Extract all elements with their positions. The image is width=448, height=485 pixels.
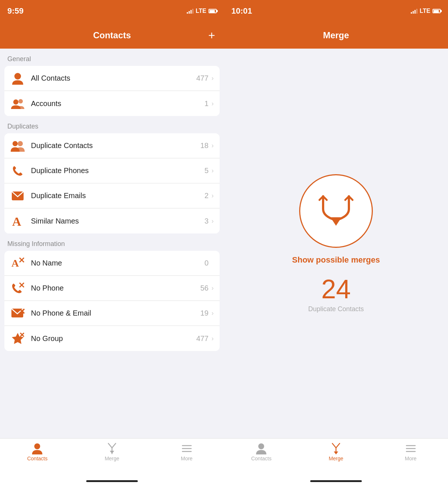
right-nav-title: Merge [323, 30, 349, 41]
missing-info-list-card: A No Name 0 › No Phon [4, 251, 220, 351]
duplicates-list-card: Duplicate Contacts 18 › Duplicate Phones… [4, 133, 220, 233]
phone-icon [10, 164, 25, 178]
svg-text:A: A [11, 257, 19, 269]
merge-circle-icon[interactable] [299, 174, 373, 248]
duplicate-emails-item[interactable]: Duplicate Emails 2 › [4, 183, 220, 208]
svg-marker-23 [330, 217, 342, 226]
letter-a-icon: A [10, 214, 25, 228]
right-person-tab-icon [256, 443, 267, 454]
all-contacts-label: All Contacts [31, 74, 196, 82]
all-contacts-count: 477 [196, 74, 209, 82]
general-list-card: All Contacts 477 › Accounts 1 › [4, 66, 220, 116]
left-tab-contacts[interactable]: Contacts [0, 443, 75, 461]
right-time: 10:01 [231, 6, 252, 16]
duplicate-phones-count: 5 [204, 166, 209, 175]
right-more-tab-icon [405, 443, 416, 454]
missing-info-section-header: Missing Information [0, 233, 224, 251]
add-contact-button[interactable]: + [208, 29, 215, 42]
person-tab-icon [32, 443, 43, 454]
right-tab-more[interactable]: More [373, 443, 448, 461]
svg-point-18 [34, 443, 40, 449]
no-group-chevron: › [211, 335, 214, 342]
similar-names-item[interactable]: A Similar Names 3 › [4, 208, 220, 233]
duplicate-phones-item[interactable]: Duplicate Phones 5 › [4, 158, 220, 183]
svg-marker-19 [110, 451, 114, 454]
left-tab-bar: Contacts Merge More [0, 438, 224, 475]
svg-point-2 [18, 99, 23, 103]
no-phone-icon [10, 281, 25, 296]
no-phone-count: 56 [200, 284, 209, 292]
svg-point-4 [18, 141, 23, 146]
right-tab-merge-label: Merge [329, 456, 343, 461]
duplicate-emails-chevron: › [211, 192, 214, 200]
right-signal-icon [411, 8, 417, 14]
show-merges-button[interactable]: Show possible merges [292, 255, 380, 265]
no-name-count: 0 [204, 259, 209, 267]
right-panel: 10:01 LTE Merge [224, 0, 448, 485]
duplicate-count-label: Duplicate Contacts [308, 305, 364, 313]
left-time: 9:59 [7, 6, 24, 16]
right-tab-contacts[interactable]: Contacts [224, 443, 299, 461]
right-status-bar: 10:01 LTE [224, 0, 448, 22]
merge-icon-section: Show possible merges [292, 174, 380, 265]
no-phone-item[interactable]: No Phone 56 › [4, 276, 220, 301]
no-phone-email-label: No Phone & Email [31, 309, 200, 317]
duplicate-phones-label: Duplicate Phones [31, 166, 204, 175]
person-icon [10, 71, 25, 86]
duplicate-contacts-item[interactable]: Duplicate Contacts 18 › [4, 133, 220, 158]
no-phone-email-chevron: › [211, 309, 214, 317]
right-tab-bar: Contacts Merge More [224, 438, 448, 475]
accounts-label: Accounts [31, 99, 204, 108]
no-group-label: No Group [31, 334, 196, 343]
similar-names-label: Similar Names [31, 217, 204, 225]
left-status-bar: 9:59 LTE [0, 0, 224, 22]
merge-content: Show possible merges 24 Duplicate Contac… [224, 49, 448, 438]
all-contacts-item[interactable]: All Contacts 477 › [4, 66, 220, 91]
svg-point-1 [13, 99, 18, 105]
no-group-icon [10, 331, 25, 346]
svg-text:A: A [12, 215, 21, 228]
no-phone-email-item[interactable]: No Phone & Email 19 › [4, 301, 220, 326]
right-lte-label: LTE [420, 8, 430, 14]
home-indicator [86, 480, 138, 482]
svg-point-24 [258, 443, 264, 449]
duplicate-persons-icon [10, 138, 25, 153]
similar-names-count: 3 [204, 217, 209, 225]
email-icon [10, 189, 25, 203]
left-tab-contacts-label: Contacts [27, 456, 48, 461]
no-group-count: 477 [196, 334, 209, 343]
left-signal-icon [187, 8, 193, 14]
no-name-label: No Name [31, 259, 204, 267]
duplicate-contacts-label: Duplicate Contacts [31, 141, 200, 150]
left-tab-merge[interactable]: Merge [75, 443, 150, 461]
general-section-header: General [0, 49, 224, 66]
no-group-item[interactable]: No Group 477 › [4, 326, 220, 351]
accounts-count: 1 [204, 99, 209, 108]
all-contacts-chevron: › [211, 74, 214, 82]
left-nav-bar: Contacts + [0, 22, 224, 49]
accounts-chevron: › [211, 100, 214, 108]
right-tab-contacts-label: Contacts [251, 456, 272, 461]
left-tab-more[interactable]: More [149, 443, 224, 461]
duplicate-count-number: 24 [321, 276, 351, 302]
accounts-item[interactable]: Accounts 1 › [4, 91, 220, 116]
no-phone-chevron: › [211, 284, 214, 292]
left-status-icons: LTE [187, 8, 217, 14]
duplicate-phones-chevron: › [211, 167, 214, 175]
right-battery-icon [433, 9, 441, 13]
right-status-icons: LTE [411, 8, 441, 14]
right-merge-tab-icon [330, 443, 342, 454]
left-lte-label: LTE [196, 8, 206, 14]
right-tab-more-label: More [405, 456, 417, 461]
merge-tab-icon [106, 443, 118, 454]
right-nav-bar: Merge [224, 22, 448, 49]
svg-point-0 [14, 73, 21, 80]
right-home-indicator [310, 480, 362, 482]
duplicate-contacts-count: 18 [200, 141, 209, 150]
more-tab-icon [181, 443, 192, 454]
accounts-icon [10, 96, 25, 111]
right-tab-merge[interactable]: Merge [299, 443, 374, 461]
no-phone-email-count: 19 [200, 309, 209, 317]
duplicates-section-header: Duplicates [0, 116, 224, 133]
svg-marker-25 [334, 451, 338, 454]
